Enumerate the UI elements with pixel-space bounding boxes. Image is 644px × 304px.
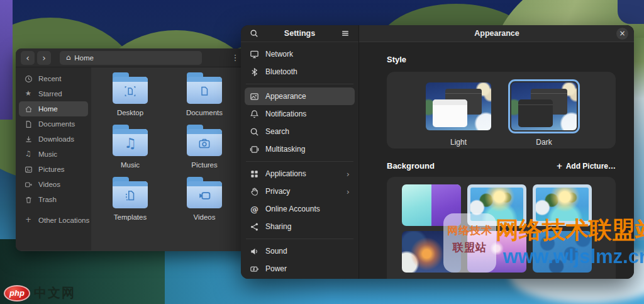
background-section-label: Background [387, 161, 435, 171]
desktop-screen: ‹ › ⌂ Home ⋮ Recent ★ Starred [0, 0, 644, 304]
folder-videos[interactable]: Videos [178, 176, 231, 221]
appearance-icon [250, 92, 259, 101]
clock-icon [24, 75, 33, 83]
watermark-site-name: 网络技术联盟站 [496, 215, 644, 246]
nav-item-appearance[interactable]: Appearance [245, 87, 355, 105]
php-site-text: 中文网 [34, 284, 75, 301]
path-label: Home [74, 54, 94, 62]
background-section-header: Background + Add Picture… [387, 161, 616, 171]
nav-label: Notifications [265, 110, 306, 118]
folder-icon: ♫ [113, 129, 148, 156]
sidebar-item-pictures[interactable]: Pictures [19, 162, 88, 177]
wallpaper-purple-edge [0, 0, 13, 120]
folder-label: Videos [194, 213, 216, 221]
nav-label: Sharing [265, 222, 291, 231]
add-picture-button[interactable]: + Add Picture… [557, 162, 616, 171]
nav-item-privacy[interactable]: Privacy › [245, 183, 355, 200]
nav-label: Power [265, 264, 287, 273]
nav-item-sharing[interactable]: Sharing [245, 218, 355, 235]
sidebar-item-videos[interactable]: Videos [19, 177, 88, 192]
folder-templates[interactable]: Templates [104, 176, 157, 221]
nav-item-bluetooth[interactable]: Bluetooth [245, 63, 355, 81]
back-button[interactable]: ‹ [21, 51, 35, 65]
nav-item-multitasking[interactable]: Multitasking [245, 140, 355, 158]
nav-item-notifications[interactable]: Notifications [245, 105, 355, 123]
settings-nav-list: Network Bluetooth Appearance Notificatio… [241, 42, 358, 279]
files-content: Desktop Documents ♫ Music [91, 67, 262, 251]
nav-item-search[interactable]: Search [245, 123, 355, 140]
style-option-light[interactable]: Light [423, 79, 494, 149]
nav-item-sound[interactable]: Sound [245, 242, 355, 260]
style-option-dark[interactable]: Dark [508, 79, 580, 149]
settings-sidebar: Settings Network Bluetooth Appearance [241, 25, 358, 279]
php-logo-oval: php [4, 285, 30, 301]
files-window: ‹ › ⌂ Home ⋮ Recent ★ Starred [16, 48, 262, 251]
camera-emblem-icon [197, 137, 211, 150]
sidebar-item-music[interactable]: ♫ Music [19, 147, 88, 162]
forward-button[interactable]: › [37, 51, 51, 65]
watermark-badge-line1: 网络技术 [443, 222, 496, 239]
video-emblem-icon [197, 188, 212, 203]
sidebar-item-home[interactable]: Home [19, 101, 88, 116]
document-emblem-icon [198, 85, 211, 98]
plus-icon: + [557, 162, 563, 170]
sidebar-label: Other Locations [38, 217, 89, 224]
sidebar-item-downloads[interactable]: Downloads [19, 132, 88, 147]
sidebar-label: Recent [38, 75, 61, 82]
speaker-icon [250, 247, 259, 256]
sidebar-item-documents[interactable]: Documents [19, 116, 88, 132]
at-sign-icon: @ [250, 205, 259, 213]
nav-divider [246, 161, 353, 162]
home-icon [24, 105, 33, 113]
network-icon [250, 50, 259, 59]
plus-icon: + [24, 217, 33, 224]
nav-label: Multitasking [265, 145, 305, 154]
folder-icon [113, 77, 148, 104]
nav-item-power[interactable]: Power [245, 260, 355, 278]
nav-item-network[interactable]: Network [245, 45, 355, 63]
style-option-label: Light [450, 138, 467, 147]
nav-label: Privacy [265, 187, 290, 196]
chevron-right-icon: › [347, 188, 350, 196]
sidebar-item-trash[interactable]: Trash [19, 192, 88, 207]
sidebar-item-starred[interactable]: ★ Starred [19, 86, 88, 101]
folder-icon [187, 129, 222, 156]
folder-music[interactable]: ♫ Music [104, 123, 157, 169]
applications-grid-icon [250, 169, 259, 179]
folder-pictures[interactable]: Pictures [178, 123, 231, 169]
sidebar-item-recent[interactable]: Recent [19, 71, 88, 86]
php-site-logo: php 中文网 [4, 284, 75, 301]
folder-documents[interactable]: Documents [178, 71, 231, 116]
light-style-thumbnail [426, 82, 491, 130]
bell-icon [250, 110, 259, 119]
panel-title: Appearance [377, 29, 616, 38]
nav-label: Appearance [265, 92, 306, 101]
folder-desktop[interactable]: Desktop [104, 71, 157, 116]
nav-item-displays[interactable]: Displays [245, 278, 355, 279]
folder-icon [113, 181, 148, 208]
folder-label: Templates [114, 213, 147, 221]
hamburger-menu-button[interactable] [338, 26, 352, 40]
document-icon [24, 120, 33, 128]
sidebar-label: Home [38, 105, 58, 113]
bluetooth-icon [250, 67, 259, 77]
nav-label: Bluetooth [265, 67, 297, 76]
sidebar-label: Videos [38, 181, 60, 188]
settings-search-button[interactable] [247, 26, 261, 40]
download-icon [24, 135, 33, 144]
style-option-label: Dark [536, 138, 552, 147]
chevron-right-icon: › [347, 170, 350, 178]
folder-label: Music [121, 161, 140, 169]
menu-kebab-button[interactable]: ⋮ [230, 53, 241, 62]
nav-item-applications[interactable]: Applications › [245, 165, 355, 183]
nav-label: Online Accounts [265, 205, 320, 213]
sidebar-item-other-locations[interactable]: + Other Locations [19, 213, 88, 228]
nav-label: Sound [265, 247, 287, 256]
music-note-icon: ♫ [24, 150, 33, 158]
folder-label: Desktop [117, 109, 143, 116]
nav-item-online-accounts[interactable]: @ Online Accounts [245, 200, 355, 218]
nav-label: Search [265, 127, 289, 136]
path-bar[interactable]: ⌂ Home [60, 51, 202, 65]
sidebar-label: Music [38, 150, 57, 158]
close-button[interactable]: × [616, 28, 628, 40]
